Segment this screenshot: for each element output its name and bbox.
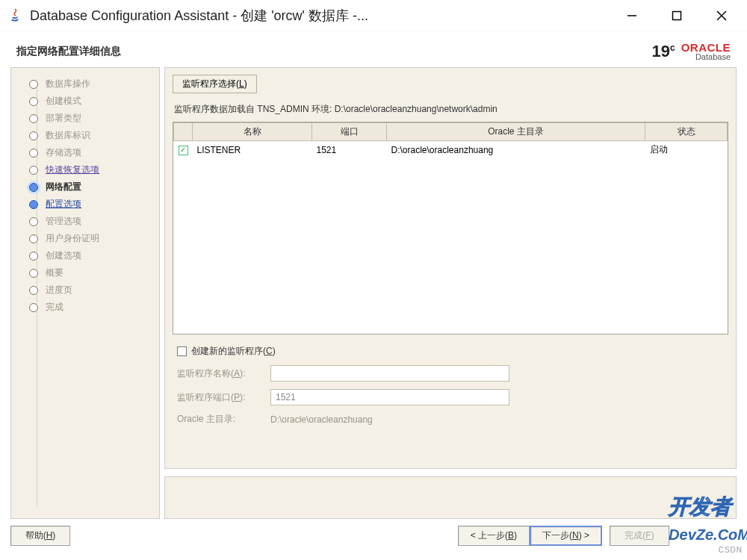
footer: 帮助(H) < 上一步(B) 下一步(N) > 完成(F) 取消 — [0, 519, 747, 552]
step-dot-icon — [29, 97, 38, 106]
sidebar-item-label: 网络配置 — [46, 181, 81, 193]
sidebar-item-label: 概要 — [46, 267, 63, 279]
sidebar-item-label[interactable]: 配置选项 — [46, 198, 81, 211]
row-checkbox[interactable] — [179, 146, 188, 155]
step-dot-icon — [29, 286, 38, 295]
sidebar-item-0: 数据库操作 — [11, 75, 159, 93]
sidebar-item-label: 存储选项 — [46, 146, 81, 159]
sidebar-item-9: 用户身份证明 — [11, 230, 159, 247]
table-row[interactable]: LISTENER1521D:\oracle\oracleanzhuang启动 — [174, 141, 728, 159]
oracle-home-label: Oracle 主目录: — [177, 413, 263, 426]
step-dot-icon — [29, 80, 38, 89]
table-header: 端口 — [312, 123, 387, 141]
sidebar-item-1: 创建模式 — [11, 93, 159, 110]
sidebar-item-label: 创建选项 — [46, 249, 81, 262]
java-icon — [7, 8, 22, 23]
step-dot-icon — [29, 131, 38, 140]
create-listener-checkbox[interactable] — [177, 346, 187, 356]
step-dot-icon — [29, 234, 38, 243]
sidebar-item-label: 进度页 — [46, 284, 72, 296]
sidebar-item-2: 部署类型 — [11, 110, 159, 127]
step-dot-icon — [29, 114, 38, 123]
sidebar-item-8: 管理选项 — [11, 213, 159, 230]
brand-logo: 19c ORACLE Database — [651, 42, 731, 61]
wizard-sidebar: 数据库操作创建模式部署类型数据库标识存储选项快速恢复选项网络配置配置选项管理选项… — [10, 67, 160, 519]
listener-table: 名称端口Oracle 主目录状态 LISTENER1521D:\oracle\o… — [173, 122, 728, 335]
listener-path-description: 监听程序数据加载自 TNS_ADMIN 环境: D:\oracle\oracle… — [174, 103, 727, 116]
step-dot-icon — [29, 252, 38, 261]
step-dot-icon — [29, 269, 38, 278]
sidebar-item-6: 网络配置 — [11, 178, 159, 196]
create-listener-label: 创建新的监听程序(C) — [191, 345, 276, 358]
sidebar-item-label: 创建模式 — [46, 95, 81, 108]
sidebar-item-3: 数据库标识 — [11, 127, 159, 144]
sidebar-item-5[interactable]: 快速恢复选项 — [11, 161, 159, 178]
cell-port: 1521 — [312, 141, 387, 159]
sidebar-item-label: 管理选项 — [46, 215, 81, 228]
table-header: Oracle 主目录 — [387, 123, 645, 141]
header: 指定网络配置详细信息 19c ORACLE Database — [0, 31, 747, 67]
listener-name-label: 监听程序名称(A): — [177, 367, 263, 380]
cell-name: LISTENER — [193, 141, 312, 159]
tab-listener-select[interactable]: 监听程序选择(L) — [173, 75, 257, 93]
window-title: Database Configuration Assistant - 创建 'o… — [30, 7, 610, 25]
sidebar-item-label: 部署类型 — [46, 112, 81, 125]
sidebar-item-label: 数据库操作 — [46, 78, 90, 90]
sidebar-item-10: 创建选项 — [11, 247, 159, 264]
table-header: 名称 — [193, 123, 312, 141]
maximize-button[interactable] — [654, 0, 699, 31]
table-empty-area — [173, 158, 728, 334]
sidebar-item-label[interactable]: 快速恢复选项 — [46, 164, 99, 176]
listener-port-label: 监听程序端口(P): — [177, 391, 263, 404]
sidebar-item-12: 进度页 — [11, 281, 159, 299]
oracle-logo-text: ORACLE — [681, 42, 731, 53]
sidebar-item-11: 概要 — [11, 264, 159, 281]
titlebar: Database Configuration Assistant - 创建 'o… — [0, 0, 747, 31]
oracle-home-value: D:\oracle\oracleanzhuang — [270, 414, 373, 425]
csdn-watermark: CSDN — [719, 546, 743, 554]
svg-rect-1 — [673, 11, 681, 19]
step-dot-icon — [29, 303, 38, 312]
cell-status: 启动 — [645, 141, 728, 159]
message-panel — [164, 476, 737, 519]
listener-name-input[interactable] — [270, 365, 509, 382]
window-controls — [610, 0, 744, 31]
table-header: 状态 — [645, 123, 728, 141]
step-dot-icon — [29, 200, 38, 209]
finish-button[interactable]: 完成(F) — [610, 526, 669, 546]
step-dot-icon — [29, 183, 38, 192]
sidebar-item-label: 完成 — [46, 301, 63, 314]
step-dot-icon — [29, 149, 38, 158]
next-button[interactable]: 下一步(N) > — [530, 526, 602, 546]
close-button[interactable] — [699, 0, 744, 31]
table-header — [174, 123, 193, 141]
main-panel: 监听程序选择(L) 监听程序数据加载自 TNS_ADMIN 环境: D:\ora… — [164, 67, 737, 469]
back-button[interactable]: < 上一步(B) — [458, 526, 530, 546]
listener-port-input[interactable] — [270, 389, 509, 405]
step-dot-icon — [29, 217, 38, 226]
sidebar-item-4: 存储选项 — [11, 144, 159, 161]
sidebar-item-label: 数据库标识 — [46, 129, 90, 142]
sidebar-item-13: 完成 — [11, 299, 159, 316]
step-dot-icon — [29, 166, 38, 175]
cell-home: D:\oracle\oracleanzhuang — [387, 141, 645, 159]
sidebar-item-label: 用户身份证明 — [46, 232, 99, 245]
minimize-button[interactable] — [610, 0, 654, 31]
sidebar-item-7[interactable]: 配置选项 — [11, 196, 159, 213]
page-title: 指定网络配置详细信息 — [16, 45, 121, 58]
help-button[interactable]: 帮助(H) — [10, 526, 70, 546]
